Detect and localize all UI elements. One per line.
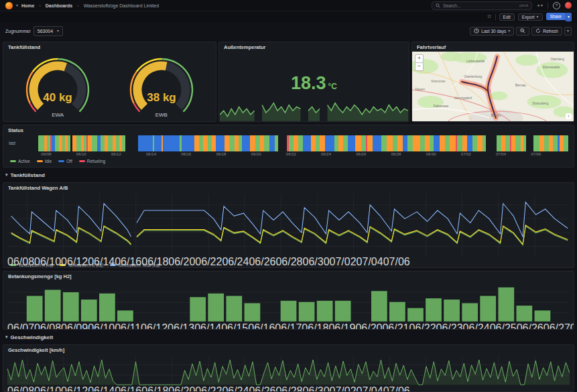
timeline-row-label: last [9, 141, 38, 145]
refuel-bar-chart[interactable] [7, 282, 570, 323]
axis-tick-label: 06/17 [275, 322, 302, 330]
timeline-segment [505, 135, 510, 151]
legend-item[interactable]: Off [58, 159, 72, 164]
timeline-segment [38, 135, 44, 151]
time-range-picker[interactable]: Last 30 days ▾ [470, 27, 514, 36]
search-input[interactable]: Search... ctrl+k [432, 1, 532, 10]
map-attribution-icon[interactable]: i [566, 113, 572, 119]
legend-swatch [79, 160, 85, 162]
legend-swatch [10, 160, 16, 162]
axis-tick-label: 06/26 [249, 256, 275, 267]
section-geschwindigkeit[interactable]: ▾ Geschwindigkeit [3, 332, 574, 342]
timeline-segment [255, 135, 260, 151]
timeline-segment [393, 135, 397, 151]
chevron-down-icon: ▾ [567, 29, 569, 33]
section-tankfuellstand[interactable]: ▾ Tankfüllstand [3, 170, 574, 180]
chevron-down-icon: ▾ [568, 15, 570, 19]
state-timeline[interactable] [38, 135, 568, 151]
svg-text:Oderberg: Oderberg [550, 57, 564, 60]
panel-status: Status last 06/0806/1006/1206/1406/1606/… [3, 125, 574, 168]
gauge-label: EWB [155, 112, 168, 118]
axis-tick-label: 06/30 [303, 256, 330, 267]
export-button[interactable]: Export▾ [518, 13, 543, 21]
axis-tick-label: 06/20 [355, 322, 382, 330]
svg-text:40 kg: 40 kg [44, 91, 72, 104]
legend-item[interactable]: Active [10, 159, 30, 164]
axis-tick-label: 07/04 [357, 256, 383, 267]
help-icon[interactable]: ? [553, 2, 560, 9]
variable-select[interactable]: 563004 ▾ [34, 26, 63, 36]
panel-title[interactable]: Außentemperatur [219, 42, 409, 52]
axis-tick-label: 06/08 [41, 152, 51, 156]
zoom-out-time-button[interactable] [516, 27, 529, 36]
breadcrumb-separator: › [39, 3, 40, 8]
axis-tick-label: 06/12 [111, 152, 121, 156]
search-shortcut: ctrl+k [519, 3, 528, 7]
timeline-segment [182, 135, 194, 151]
timeline-segment [348, 135, 355, 151]
chevron-down-icon: ▾ [5, 334, 8, 340]
axis-tick-label: 06/22 [195, 385, 222, 392]
timeline-segment [434, 135, 440, 151]
timeline-segment [269, 135, 275, 151]
speed-chart[interactable] [7, 356, 570, 386]
timeline-segment [467, 135, 472, 151]
map-zoom-in-button[interactable]: + [415, 54, 424, 63]
axis-tick-label: 06/08 [34, 322, 61, 330]
legend-item[interactable]: Refueling [79, 159, 105, 164]
axis-tick-label: 06/21 [382, 322, 409, 330]
breadcrumb-home[interactable]: Home [21, 3, 34, 8]
route-map[interactable]: LiebenwaldeOderbergEberswaldeKremmenOran… [412, 52, 574, 122]
panel-title[interactable]: Geschwindigkeit [km/h] [3, 345, 574, 354]
axis-tick-label: 06/22 [195, 256, 222, 267]
legend-item[interactable]: Idle [37, 159, 52, 164]
svg-text:Eberswalde: Eberswalde [543, 65, 560, 68]
axis-tick-label: 06/28 [275, 385, 302, 392]
chevron-down-icon: ▾ [508, 29, 510, 33]
panel-title[interactable]: Betankungsmenge [kg H2] [3, 271, 574, 281]
user-avatar[interactable] [565, 2, 572, 9]
panel-title[interactable]: Tankfüllstand Wagen A/B [3, 183, 574, 192]
chevron-down-icon: ▾ [537, 15, 539, 19]
axis-tick-label: 06/20 [168, 385, 195, 392]
tank-level-chart[interactable] [7, 194, 570, 257]
gauge-ewa: 40 kgEWA [11, 54, 105, 118]
breadcrumb-separator: › [77, 3, 78, 8]
timeline-segment [216, 135, 225, 151]
panel-geschwindigkeit: Geschwindigkeit [km/h] 06/0806/1006/1206… [3, 344, 574, 392]
panel-title[interactable]: Fahrtverlauf [412, 42, 574, 52]
map-zoom-out-button[interactable]: − [415, 62, 424, 71]
panel-title[interactable]: Tankfüllstand [3, 42, 216, 52]
timeline-segment [407, 135, 413, 151]
star-icon[interactable]: ☆ [487, 14, 491, 19]
axis-tick-label: 06/13 [168, 322, 194, 330]
axis-tick-label: 06/11 [115, 322, 141, 330]
panel-title[interactable]: Status [3, 125, 574, 135]
divider [495, 14, 496, 20]
divider [548, 3, 548, 9]
refresh-button[interactable]: Refresh [531, 27, 562, 36]
timeline-segment [108, 135, 113, 151]
timeline-segment [154, 135, 161, 151]
axis-tick-label: 06/26 [356, 152, 366, 156]
timeline-segment [361, 135, 366, 151]
timeline-segment [533, 135, 539, 151]
timeline-segment [539, 135, 544, 151]
add-button[interactable]: +▾ [537, 3, 543, 9]
edit-button[interactable]: Edit [499, 13, 515, 21]
axis-tick-label: 06/18 [216, 152, 226, 156]
axis-tick-label: 06/24 [222, 256, 249, 267]
axis-tick-label: 06/23 [436, 322, 463, 330]
refresh-interval-button[interactable]: ▾ [564, 27, 572, 36]
axis-tick-label: 06/14 [194, 322, 221, 330]
grafana-logo-icon[interactable] [5, 2, 13, 9]
axis-tick-label: 06/28 [391, 152, 401, 156]
svg-text:Strausberg: Strausberg [532, 101, 548, 105]
share-button[interactable]: Share [546, 13, 566, 20]
chevron-down-icon[interactable]: ▾ [16, 3, 18, 7]
timeline-segment [311, 135, 316, 151]
axis-tick-label: 06/12 [141, 322, 168, 330]
breadcrumb-dashboards[interactable]: Dashboards [46, 3, 72, 8]
share-menu-button[interactable]: ▾ [566, 13, 572, 21]
axis-tick-label: 06/20 [168, 256, 195, 267]
